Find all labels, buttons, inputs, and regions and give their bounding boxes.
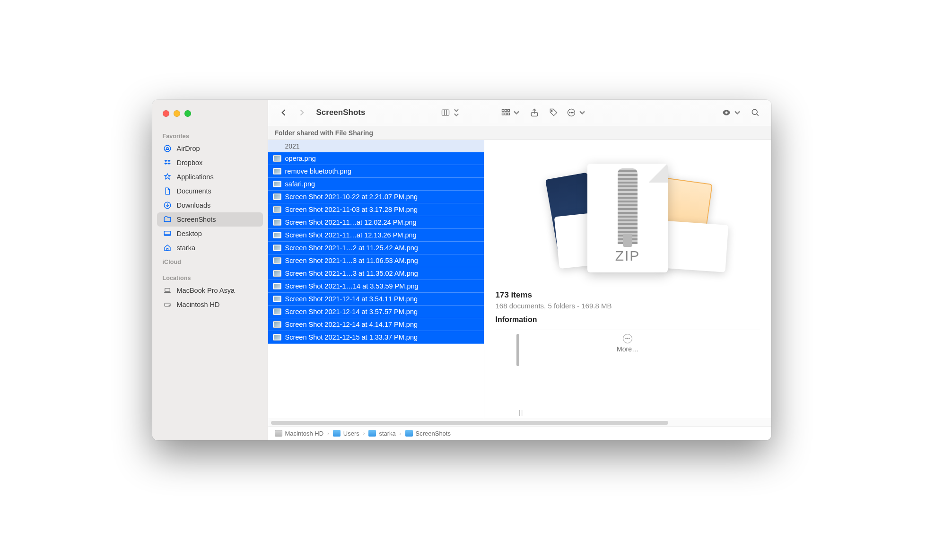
window-title: ScreenShots (316, 108, 366, 117)
file-row[interactable]: Screen Shot 2021-12-14 at 3.57.57 PM.png (268, 306, 484, 318)
sidebar-item-label: Desktop (177, 230, 202, 237)
desktop-icon (163, 229, 172, 238)
group-by-button[interactable] (499, 105, 523, 120)
folder-icon (333, 430, 341, 437)
file-row[interactable]: remove bluetooth.png (268, 165, 484, 178)
image-thumbnail-icon (273, 232, 281, 238)
dropbox-icon (163, 158, 172, 167)
sidebar-item-dropbox[interactable]: Dropbox (157, 156, 263, 170)
sidebar-item-documents[interactable]: Documents (157, 184, 263, 198)
sidebar-item-label: ScreenShots (177, 216, 216, 223)
zoom-window-button[interactable] (184, 110, 191, 117)
information-header: Information (496, 315, 760, 324)
sidebar-item-downloads[interactable]: Downloads (157, 198, 263, 212)
close-window-button[interactable] (163, 110, 169, 117)
file-row[interactable]: Screen Shot 2021-11-03 at 3.17.28 PM.png (268, 203, 484, 216)
file-name: safari.png (285, 180, 315, 188)
folder-icon (368, 430, 376, 437)
sidebar-item-desktop[interactable]: Desktop (157, 227, 263, 241)
sidebar-item-label: Macintosh HD (177, 301, 220, 308)
svg-line-26 (756, 114, 758, 116)
svg-rect-14 (508, 109, 510, 111)
file-row[interactable]: Screen Shot 2021-12-15 at 1.33.37 PM.png (268, 331, 484, 344)
file-name: Screen Shot 2021-12-14 at 4.14.17 PM.png (285, 321, 418, 328)
file-row[interactable]: Screen Shot 2021-11…at 12.13.26 PM.png (268, 229, 484, 242)
path-bar[interactable]: Macintosh HD›Users›starka›ScreenShots (268, 426, 771, 440)
file-row[interactable]: opera.png (268, 152, 484, 165)
file-column[interactable]: 2021 opera.pngremove bluetooth.pngsafari… (268, 140, 484, 419)
ellipsis-icon: ••• (623, 334, 632, 343)
path-segment-label: Macintosh HD (285, 430, 324, 437)
zip-archive-icon: ZIP (587, 164, 668, 272)
image-thumbnail-icon (273, 181, 281, 187)
share-button[interactable] (527, 105, 542, 120)
file-name: Screen Shot 2021-1…3 at 11.06.53 AM.png (285, 257, 418, 264)
file-row[interactable]: Screen Shot 2021-1…14 at 3.53.59 PM.png (268, 280, 484, 293)
path-segment[interactable]: starka (368, 430, 395, 437)
file-row[interactable]: Screen Shot 2021-10-22 at 2.21.07 PM.png (268, 191, 484, 203)
path-segment-label: Users (343, 430, 359, 437)
file-name: Screen Shot 2021-12-15 at 1.33.37 PM.png (285, 333, 418, 341)
window-traffic-lights (152, 110, 268, 117)
file-name: Screen Shot 2021-11…at 12.13.26 PM.png (285, 231, 417, 239)
file-row[interactable]: Screen Shot 2021-1…2 at 11.25.42 AM.png (268, 242, 484, 254)
image-thumbnail-icon (273, 155, 281, 162)
image-thumbnail-icon (273, 321, 281, 328)
sidebar-item-starka[interactable]: starka (157, 241, 263, 255)
selection-summary: 168 documents, 5 folders - 169.8 MB (496, 302, 760, 310)
file-name: Screen Shot 2021-1…2 at 11.25.42 AM.png (285, 244, 418, 252)
sidebar-item-macbook-pro-asya[interactable]: MacBook Pro Asya (157, 283, 263, 298)
disk-icon (163, 300, 172, 309)
image-thumbnail-icon (273, 308, 281, 315)
more-label: More… (617, 345, 638, 353)
search-button[interactable] (748, 105, 763, 120)
laptop-icon (163, 286, 172, 295)
sharing-banner: Folder shared with File Sharing (268, 126, 771, 140)
preview-visibility-button[interactable] (720, 105, 744, 120)
home-icon (163, 243, 172, 253)
svg-rect-13 (505, 109, 507, 111)
more-actions[interactable]: ••• More… (496, 330, 760, 353)
file-name: Screen Shot 2021-12-14 at 3.54.11 PM.png (285, 295, 418, 303)
preview-pane: ZIP 173 items 168 documents, 5 folders -… (484, 140, 771, 419)
sidebar-item-label: starka (177, 244, 196, 252)
path-segment[interactable]: Users (333, 430, 359, 437)
svg-rect-9 (442, 110, 449, 115)
sidebar-item-applications[interactable]: Applications (157, 170, 263, 184)
image-thumbnail-icon (273, 206, 281, 213)
sidebar-item-airdrop[interactable]: AirDrop (157, 141, 263, 156)
svg-point-19 (551, 110, 553, 112)
file-row[interactable]: Screen Shot 2021-12-14 at 3.54.11 PM.png (268, 293, 484, 306)
path-segment[interactable]: Macintosh HD (275, 430, 324, 437)
sidebar-item-screenshots[interactable]: ScreenShots (157, 212, 263, 227)
action-menu-button[interactable] (565, 105, 589, 120)
sidebar-item-label: Documents (177, 187, 211, 195)
finder-window: FavoritesAirDropDropboxApplicationsDocum… (152, 100, 771, 440)
disk-icon (275, 430, 282, 437)
svg-point-21 (569, 112, 570, 113)
file-row[interactable]: Screen Shot 2021-1…3 at 11.06.53 AM.png (268, 254, 484, 267)
svg-rect-6 (165, 288, 170, 291)
back-button[interactable] (277, 105, 291, 120)
path-segment[interactable]: ScreenShots (405, 430, 451, 437)
edit-tags-button[interactable] (546, 105, 561, 120)
forward-button[interactable] (295, 105, 309, 120)
minimize-window-button[interactable] (174, 110, 180, 117)
column-resize-handle-icon[interactable]: || (519, 409, 524, 416)
vertical-scrollbar-thumb[interactable] (516, 334, 519, 366)
horizontal-scrollbar[interactable] (268, 419, 771, 426)
chevron-right-icon: › (399, 430, 402, 436)
sidebar-item-label: AirDrop (177, 145, 200, 152)
file-row[interactable]: Screen Shot 2021-11…at 12.02.24 PM.png (268, 216, 484, 229)
svg-rect-12 (502, 109, 504, 111)
sidebar-item-macintosh-hd[interactable]: Macintosh HD (157, 298, 263, 312)
view-columns-button[interactable] (439, 105, 463, 120)
svg-point-1 (164, 145, 171, 152)
svg-rect-16 (505, 113, 507, 115)
image-thumbnail-icon (273, 257, 281, 264)
file-row[interactable]: Screen Shot 2021-1…3 at 11.35.02 AM.png (268, 267, 484, 280)
file-row[interactable]: Screen Shot 2021-12-14 at 4.14.17 PM.png (268, 318, 484, 331)
file-row[interactable]: safari.png (268, 178, 484, 191)
image-thumbnail-icon (273, 219, 281, 226)
preview-thumbnail: ZIP (496, 154, 760, 282)
